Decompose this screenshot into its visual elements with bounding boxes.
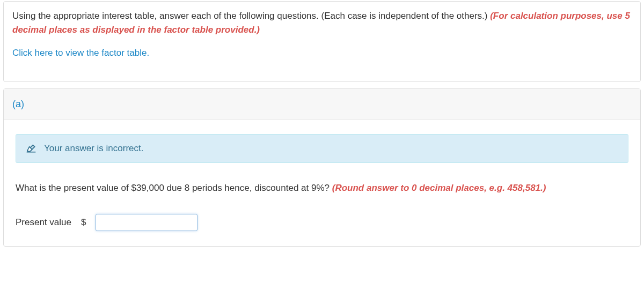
instruction-main-text: Using the appropriate interest table, an…	[12, 11, 490, 21]
question-body-text: What is the present value of $39,000 due…	[16, 183, 332, 193]
question-text: What is the present value of $39,000 due…	[16, 181, 628, 195]
incorrect-alert: Your answer is incorrect.	[16, 134, 628, 163]
question-body: Your answer is incorrect. What is the pr…	[4, 120, 640, 247]
factor-table-link[interactable]: Click here to view the factor table.	[12, 46, 149, 60]
question-panel: (a) Your answer is incorrect. What is th…	[3, 88, 641, 247]
currency-symbol: $	[81, 217, 86, 228]
instruction-panel: Using the appropriate interest table, an…	[3, 1, 641, 82]
present-value-input[interactable]	[96, 214, 197, 231]
answer-label: Present value	[16, 217, 71, 228]
instruction-line: Using the appropriate interest table, an…	[12, 9, 632, 36]
answer-row: Present value $	[16, 214, 628, 231]
question-part-label: (a)	[12, 99, 24, 109]
question-header: (a)	[4, 89, 640, 120]
eraser-icon	[26, 143, 36, 154]
question-hint-red: (Round answer to 0 decimal places, e.g. …	[332, 183, 546, 193]
alert-text: Your answer is incorrect.	[44, 143, 144, 154]
